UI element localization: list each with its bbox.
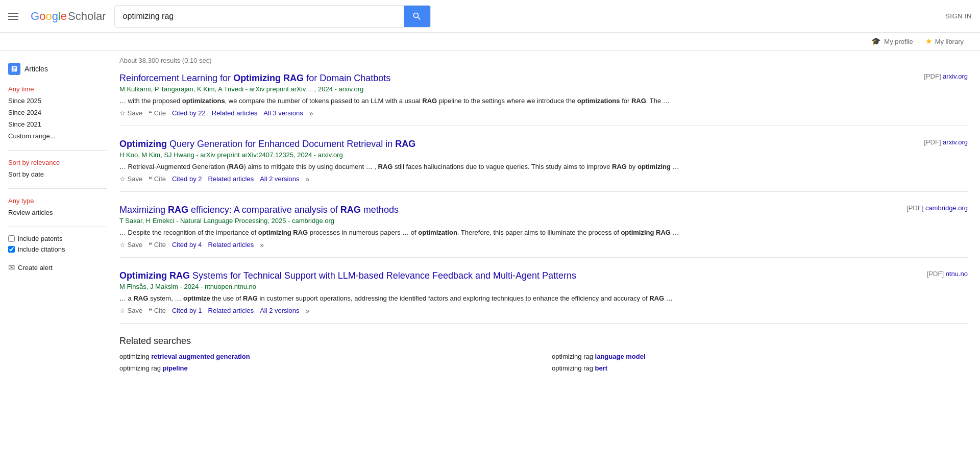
filter-since-2025[interactable]: Since 2025: [8, 95, 107, 107]
filter-any-time[interactable]: Any time: [8, 83, 107, 95]
all-versions-link[interactable]: All 2 versions: [260, 175, 299, 183]
more-icon: »: [305, 175, 309, 183]
save-button[interactable]: ☆ Save: [119, 109, 142, 117]
my-profile-nav[interactable]: 🎓 My profile: [871, 37, 913, 46]
sidebar-divider-3: [8, 227, 107, 227]
sidebar-divider-1: [8, 150, 107, 151]
related-articles-link[interactable]: Related articles: [212, 109, 258, 117]
sign-in-button[interactable]: SIGN IN: [945, 12, 972, 20]
more-icon: »: [260, 241, 264, 249]
filter-since-2021[interactable]: Since 2021: [8, 118, 107, 130]
main-content: About 38,300 results (0.10 sec) Reinforc…: [107, 51, 980, 378]
pdf-domain-link[interactable]: ntnu.no: [946, 270, 968, 278]
author-link[interactable]: T Sakar: [119, 217, 142, 225]
create-alert-label: Create alert: [18, 264, 53, 271]
sort-section: Sort by relevance Sort by date: [8, 157, 107, 180]
result-card: Optimizing RAG Systems for Technical Sup…: [119, 270, 968, 324]
author-link[interactable]: SJ Hwang: [164, 151, 194, 159]
filter-since-2024[interactable]: Since 2024: [8, 107, 107, 118]
result-snippet: … Retrieval-Augmented Generation (RAG) a…: [119, 162, 874, 172]
cite-button[interactable]: ❝ Cite: [149, 109, 166, 117]
cite-button[interactable]: ❝ Cite: [149, 241, 166, 249]
result-source: [PDF] ntnu.no: [886, 270, 968, 315]
sub-header: 🎓 My profile ★ My library: [0, 33, 980, 51]
filter-any-type[interactable]: Any type: [8, 195, 107, 207]
sidebar: Articles Any time Since 2025 Since 2024 …: [0, 51, 107, 378]
result-card: Maximizing RAG efficiency: A comparative…: [119, 204, 968, 258]
related-searches-title: Related searches: [119, 336, 968, 347]
result-snippet: … with the proposed optimizations, we co…: [119, 96, 874, 106]
title-suffix: Query Generation for Enhanced Document R…: [167, 139, 395, 149]
filter-review-articles[interactable]: Review articles: [8, 207, 107, 218]
cite-button[interactable]: ❝ Cite: [149, 175, 166, 183]
cited-by-link[interactable]: Cited by 4: [172, 241, 202, 249]
my-library-nav[interactable]: ★ My library: [925, 37, 964, 46]
title-suffix: for Domain Chatbots: [304, 73, 390, 83]
related-articles-link[interactable]: Related articles: [208, 175, 254, 183]
result-title[interactable]: Optimizing Query Generation for Enhanced…: [119, 139, 415, 149]
cited-by-link[interactable]: Cited by 22: [172, 109, 206, 117]
result-source: [PDF] cambridge.org: [886, 204, 968, 249]
articles-svg-icon: [11, 65, 18, 72]
result-actions: ☆ Save ❝ Cite Cited by 22 Related articl…: [119, 109, 874, 117]
cite-button[interactable]: ❝ Cite: [149, 307, 166, 314]
related-search-item[interactable]: optimizing retrieval augmented generatio…: [119, 353, 535, 360]
author-link[interactable]: A Trivedi: [218, 85, 243, 93]
cited-by-link[interactable]: Cited by 1: [172, 307, 202, 314]
related-search-item[interactable]: optimizing rag bert: [552, 364, 968, 372]
include-citations-checkbox[interactable]: [8, 246, 15, 253]
include-patents-checkbox-label[interactable]: include patents: [8, 233, 107, 244]
result-title[interactable]: Maximizing RAG efficiency: A comparative…: [119, 205, 399, 215]
hamburger-menu[interactable]: [8, 13, 18, 20]
author-link[interactable]: M Kim: [141, 151, 160, 159]
author-link[interactable]: M Finsås: [119, 283, 146, 290]
author-link[interactable]: M Kulkarni: [119, 85, 151, 93]
title-suffix: efficiency: A comparative analysis of: [188, 205, 340, 215]
source-domain-link[interactable]: cambridge.org: [292, 217, 334, 225]
result-actions: ☆ Save ❝ Cite Cited by 4 Related article…: [119, 241, 874, 249]
title-plain: Reinforcement Learning for: [119, 73, 233, 83]
sidebar-divider-2: [8, 188, 107, 189]
result-actions: ☆ Save ❝ Cite Cited by 1 Related article…: [119, 307, 874, 315]
source-domain-link[interactable]: arxiv.org: [318, 151, 343, 159]
pdf-domain-link[interactable]: cambridge.org: [925, 204, 968, 212]
related-search-item[interactable]: optimizing rag language model: [552, 353, 968, 360]
author-link[interactable]: H Emekci: [146, 217, 175, 225]
related-articles-link[interactable]: Related articles: [208, 241, 254, 249]
body-layout: Articles Any time Since 2025 Since 2024 …: [0, 51, 980, 378]
articles-label: Articles: [24, 65, 48, 73]
result-main: Optimizing Query Generation for Enhanced…: [119, 138, 874, 183]
result-title[interactable]: Optimizing RAG Systems for Technical Sup…: [119, 270, 576, 281]
related-searches-grid: optimizing retrieval augmented generatio…: [119, 353, 968, 372]
pdf-domain-link[interactable]: arxiv.org: [943, 72, 968, 80]
include-citations-checkbox-label[interactable]: include citations: [8, 244, 107, 255]
related-articles-link[interactable]: Related articles: [208, 307, 254, 314]
my-library-label: My library: [935, 38, 964, 45]
source-domain-link[interactable]: arxiv.org: [338, 85, 363, 93]
related-search-item[interactable]: optimizing rag pipeline: [119, 364, 535, 372]
all-versions-link[interactable]: All 2 versions: [260, 307, 299, 314]
search-input[interactable]: [115, 6, 404, 27]
title-highlight: RAG: [168, 205, 188, 215]
pdf-domain-link[interactable]: arxiv.org: [943, 138, 968, 146]
save-button[interactable]: ☆ Save: [119, 175, 142, 183]
result-snippet: … a RAG system, … optimize the use of RA…: [119, 293, 874, 304]
create-alert[interactable]: ✉ Create alert: [8, 263, 107, 273]
search-button[interactable]: [404, 6, 430, 27]
save-button[interactable]: ☆ Save: [119, 307, 142, 314]
result-main: Optimizing RAG Systems for Technical Sup…: [119, 270, 874, 315]
result-title[interactable]: Reinforcement Learning for Optimizing RA…: [119, 73, 390, 83]
title-highlight: Optimizing RAG: [119, 270, 190, 281]
include-patents-label: include patents: [18, 235, 62, 242]
save-button[interactable]: ☆ Save: [119, 241, 142, 249]
cited-by-link[interactable]: Cited by 2: [172, 175, 202, 183]
sort-by-date[interactable]: Sort by date: [8, 168, 107, 180]
logo[interactable]: Google Scholar: [31, 10, 106, 23]
sort-by-relevance[interactable]: Sort by relevance: [8, 157, 107, 168]
source-domain-link[interactable]: ntnuopen.ntnu.no: [205, 283, 256, 290]
author-link[interactable]: K Kim: [197, 85, 215, 93]
all-versions-link[interactable]: All 3 versions: [263, 109, 303, 117]
sidebar-articles-header: Articles: [8, 59, 107, 83]
include-patents-checkbox[interactable]: [8, 235, 15, 242]
filter-custom-range[interactable]: Custom range...: [8, 130, 107, 142]
